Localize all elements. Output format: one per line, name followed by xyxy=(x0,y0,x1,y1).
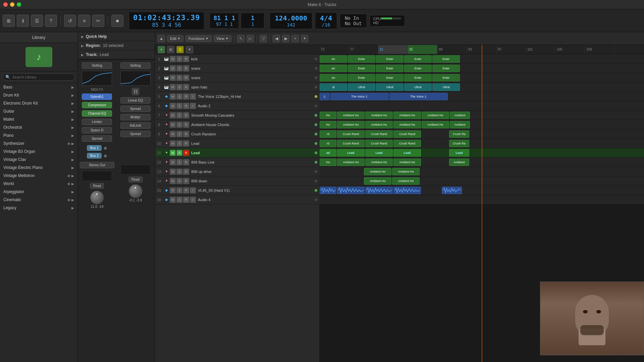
solo-btn[interactable]: S xyxy=(176,46,184,53)
region-section[interactable]: ▶ Region: 10 selected xyxy=(78,41,155,50)
multipr-btn[interactable]: Multipr xyxy=(120,114,151,120)
maximize-button[interactable] xyxy=(17,2,21,7)
solo-button[interactable]: S xyxy=(176,122,182,128)
track-segment[interactable]: Ultral xyxy=(404,83,432,91)
record-button[interactable]: R xyxy=(183,112,189,118)
filter-btn[interactable]: ▽ xyxy=(260,35,267,42)
track-segment[interactable]: Ambient Ho xyxy=(422,112,449,119)
library-item-mallet[interactable]: Mallet ▶ xyxy=(0,115,77,123)
track-segment[interactable]: Ambient Ho xyxy=(337,112,365,119)
track-segment[interactable]: Exter xyxy=(432,74,460,81)
track-segment-lead[interactable]: ad xyxy=(320,149,336,157)
pointer-tool-btn[interactable]: ↖ xyxy=(237,35,245,42)
track-segment[interactable]: Ambient Ho xyxy=(393,159,421,166)
solo-button[interactable]: S xyxy=(176,56,182,62)
setting-btn-1[interactable]: Setting xyxy=(82,62,112,69)
library-item-vintagemellotron[interactable]: Vintage Mellotron ⊕ ▶ xyxy=(0,172,77,180)
functions-menu-btn[interactable]: Functions ▼ xyxy=(185,35,212,42)
mute-button[interactable]: M xyxy=(170,112,176,118)
record-button[interactable]: R xyxy=(183,150,189,156)
solo-button[interactable]: S xyxy=(176,65,182,71)
mute-button[interactable]: M xyxy=(170,131,176,137)
track-segment[interactable]: Exter xyxy=(432,65,460,72)
bus2-icon[interactable]: ⊕ xyxy=(104,154,107,158)
track-segment-lead[interactable]: Lead xyxy=(393,149,421,157)
solo-button[interactable]: S xyxy=(176,150,182,156)
loop-button[interactable]: ↺ xyxy=(64,15,76,27)
spread-btn-2[interactable]: Spread xyxy=(120,106,151,112)
sylenth1-btn[interactable]: Sylenth1 xyxy=(82,94,112,100)
library-item-orchestral[interactable]: Orchestral ▶ xyxy=(0,123,77,131)
record-button[interactable]: R xyxy=(183,56,189,62)
solo-button[interactable]: S xyxy=(176,187,182,193)
record-button[interactable]: R xyxy=(183,84,189,90)
track-segment[interactable]: Ho xyxy=(320,121,336,128)
position-display[interactable]: 81 1 1 97 1 1 xyxy=(210,13,239,28)
track-segment-vl[interactable] xyxy=(320,187,336,194)
close-button[interactable] xyxy=(3,2,8,7)
mute-button[interactable]: M xyxy=(170,187,176,193)
mute-button[interactable]: M xyxy=(170,65,176,71)
track-segment[interactable]: Ambient Ho xyxy=(392,168,420,175)
spread-btn-1[interactable]: Spread xyxy=(82,135,112,142)
track-segment[interactable]: Ambient xyxy=(449,159,469,166)
record-button[interactable]: R xyxy=(183,131,189,137)
limiter-btn[interactable]: Limiter xyxy=(82,119,112,125)
track-segment[interactable]: al xyxy=(320,83,347,91)
track-segment[interactable]: rd xyxy=(320,140,336,147)
library-item-electronicdrumkit[interactable]: Electronic Drum Kit ▶ xyxy=(0,99,77,107)
track-segment[interactable]: Ambient Ho xyxy=(393,121,421,128)
track-segment[interactable]: Ambient Ho xyxy=(365,112,393,119)
track-segment[interactable]: Crush Rand xyxy=(393,140,421,147)
search-input[interactable] xyxy=(3,73,75,81)
library-item-guitar[interactable]: Guitar ▶ xyxy=(0,107,77,115)
spread-btn-3[interactable]: Spread xyxy=(120,131,151,137)
track-segment-lead[interactable]: Lead xyxy=(365,149,393,157)
track-section[interactable]: ▶ Track: Lead xyxy=(78,50,155,59)
stereo-out-btn[interactable]: Stereo Out xyxy=(80,162,114,168)
track-segment[interactable]: rd xyxy=(320,130,336,138)
channel-eq-btn[interactable]: Channel EQ xyxy=(82,110,112,117)
track-segment[interactable]: Exter xyxy=(376,55,404,63)
solo-button[interactable]: S xyxy=(176,140,182,146)
stop-button[interactable]: ■ xyxy=(111,15,123,27)
solo-button[interactable]: S xyxy=(176,84,182,90)
record-button[interactable]: R xyxy=(183,75,189,81)
record-button[interactable]: R xyxy=(183,169,189,175)
track-segment[interactable]: 1: xyxy=(320,93,330,100)
tempo-display[interactable]: 124.0000 142 xyxy=(270,12,312,29)
track-segment[interactable]: Ultral xyxy=(348,83,375,91)
track-segment[interactable]: en xyxy=(320,65,347,72)
track-segment[interactable]: Crush Rand xyxy=(365,130,393,138)
mute-button[interactable]: M xyxy=(170,122,176,128)
bus2-btn[interactable]: Bus 2 xyxy=(87,153,102,159)
nav-right-btn[interactable]: ▶ xyxy=(282,35,289,42)
solo-button[interactable]: S xyxy=(176,103,182,109)
track-segment[interactable]: Exter xyxy=(404,74,432,81)
library-item-synthesizer[interactable]: Synthesizer ⊕ ▶ xyxy=(0,139,77,147)
volume-knob-1[interactable] xyxy=(90,191,104,204)
track-segment[interactable]: Exter xyxy=(376,74,404,81)
track-segment[interactable]: Crush Ra xyxy=(449,130,469,138)
library-item-drumkit[interactable]: Drum Kit ▶ xyxy=(0,91,77,99)
library-item-vintageb3organ[interactable]: Vintage B3 Organ ▶ xyxy=(0,147,77,156)
track-segment[interactable]: Crush Rand xyxy=(365,140,393,147)
library-item-piano[interactable]: Piano ▶ xyxy=(0,131,77,139)
scissors-button[interactable]: ✂ xyxy=(92,15,104,27)
track-segment[interactable]: Ho xyxy=(320,112,336,119)
minimize-button[interactable] xyxy=(10,2,14,7)
solo-button[interactable]: S xyxy=(176,169,182,175)
record-button[interactable]: R xyxy=(183,197,189,203)
bus1-btn[interactable]: Bus 1 xyxy=(87,145,102,151)
read-btn-1[interactable]: Read xyxy=(90,183,104,189)
track-segment[interactable]: Ambient Ho xyxy=(365,121,393,128)
add-region-btn[interactable]: + xyxy=(158,46,165,53)
nav-left-btn[interactable]: ◀ xyxy=(273,35,280,42)
record-button[interactable]: R xyxy=(183,159,189,165)
solo-button[interactable]: S xyxy=(176,178,182,184)
mute-button[interactable]: M xyxy=(170,197,176,203)
track-segment-vl[interactable] xyxy=(442,187,462,194)
track-segment[interactable]: Crush Rand xyxy=(393,130,421,138)
mixer-button[interactable]: ≡ xyxy=(78,15,90,27)
track-segment-lead[interactable]: Lead xyxy=(337,149,365,157)
